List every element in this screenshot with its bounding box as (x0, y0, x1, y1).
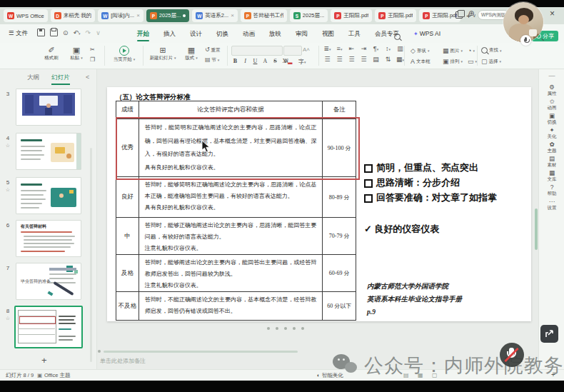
shapes-button[interactable]: ◇形状▾ (411, 47, 429, 54)
align-justify-icon[interactable]: ☰ (359, 56, 368, 63)
tab-close-icon[interactable]: × (231, 13, 234, 19)
rail-item-美化[interactable]: ✦美化 (539, 127, 564, 141)
char-spacing-icon[interactable]: 字▾ (298, 58, 306, 66)
microphone-muted-icon[interactable] (500, 343, 524, 367)
font-button-s[interactable]: S (271, 57, 279, 66)
section-button[interactable]: ▤ 节 ▾ (205, 55, 221, 65)
indent-icon[interactable]: ⇥ (359, 45, 368, 52)
document-tab[interactable]: D来稻壳 我的 (51, 9, 96, 22)
search-icon[interactable] (394, 30, 401, 43)
font-size-combo[interactable] (283, 46, 302, 56)
slide-thumbnail-8-selected[interactable] (14, 306, 83, 348)
notes-placeholder[interactable]: 单击此处添加备注 (100, 357, 146, 365)
align-center-icon[interactable]: ☰ (335, 56, 344, 63)
slide-thumbnail-3[interactable] (16, 89, 81, 126)
select-button[interactable]: ▢选择▾ (481, 58, 501, 65)
format-painter-button[interactable]: ✐格式刷 (39, 45, 64, 61)
document-tab[interactable]: P王阳阳.pdf (375, 9, 416, 22)
document-tab[interactable]: P2025届... (146, 9, 189, 22)
text-direction-icon[interactable]: ⇅ (383, 56, 393, 63)
canvas-horizontal-scrollbar[interactable] (104, 351, 298, 353)
print-icon[interactable] (50, 29, 58, 36)
slide-thumbnail-4[interactable] (16, 133, 81, 170)
canvas-vertical-scrollbar[interactable] (535, 208, 538, 250)
collapse-panel-icon[interactable]: < (86, 74, 89, 81)
document-tab[interactable]: W英语系2...× (192, 9, 238, 22)
arrange-button[interactable]: ▣排列▾ (443, 58, 463, 65)
menu-item-插入[interactable]: 插入 (156, 25, 183, 42)
line-spacing-icon[interactable]: ↕▾ (383, 45, 393, 52)
font-color-icon[interactable]: A▂ (284, 58, 293, 64)
document-tab[interactable]: W[阅读]内...× (98, 9, 143, 22)
file-menu-button[interactable]: ☰ 文件 (9, 29, 28, 38)
document-tab[interactable]: P王阳阳.pdf (331, 9, 372, 22)
slide-thumbnail-7[interactable]: 毕业答辩的准备 (16, 263, 81, 300)
add-slide-button[interactable]: + (41, 355, 47, 366)
sidebar-scrollbar[interactable] (90, 148, 92, 362)
layout-button[interactable]: ▦版式 ▾ (181, 45, 202, 61)
globe-icon[interactable]: ⊕ (468, 9, 474, 17)
restore-window-icon[interactable] (455, 11, 463, 19)
rail-item-帮助[interactable]: ?帮助 (539, 184, 564, 198)
distribute-icon[interactable]: ▤ (371, 56, 381, 63)
media-button[interactable]: ▭▾ (468, 58, 477, 65)
slide-thumbnail-5[interactable] (16, 177, 81, 214)
rail-item-设置[interactable]: ⋯设置 (539, 198, 564, 212)
more-chevron-icon[interactable]: ∨ (96, 29, 101, 36)
slide-thumbnail-6[interactable]: 有关答辩材料 (16, 220, 81, 257)
collapse-rail-icon[interactable]: — (539, 72, 564, 79)
document-tab[interactable]: P答辩秘书工作 (241, 9, 287, 22)
theme-name[interactable]: Office 主题 (44, 372, 71, 379)
textbox-button[interactable]: A文本框 (411, 58, 430, 65)
rail-item-动画[interactable]: ✩动画 (539, 99, 564, 112)
slide-canvas[interactable]: （五）论文答辩评分标准 成绩 论文答辩评定内容和依据 备注 优秀答辩时，能简明和… (107, 87, 531, 321)
reset-button[interactable]: ↺ 重置 (205, 45, 221, 55)
picture-button[interactable]: ▦图片▾ (443, 47, 463, 54)
menu-item-工具[interactable]: 工具 (341, 25, 368, 42)
cut-icon[interactable]: ✂ (90, 45, 95, 55)
redo-icon[interactable]: ↷ (86, 29, 91, 36)
copy-icon[interactable]: ❐ (90, 55, 95, 65)
font-name-combo[interactable] (231, 46, 283, 56)
rail-item-属性[interactable]: ⚙属性 (539, 84, 564, 98)
paragraph-mark-icon[interactable]: ¶▾ (371, 45, 381, 52)
menu-item-开始[interactable]: 开始 (130, 25, 156, 42)
document-tab[interactable]: WWPS Office (4, 9, 48, 22)
paste-button[interactable]: ▣粘贴 ▾ (66, 45, 87, 61)
rail-item-主题[interactable]: ✿主题 (539, 141, 564, 155)
new-slide-button[interactable]: ⊞新建幻灯片 ▾ (146, 45, 179, 61)
menu-item-放映[interactable]: 放映 (262, 25, 288, 42)
tab-outline[interactable]: 大纲 (27, 74, 39, 82)
undo-icon[interactable]: ↶▾ (74, 29, 81, 36)
align-right-icon[interactable]: ☰ (347, 56, 356, 63)
outdent-icon[interactable]: ⇤ (347, 45, 356, 52)
save-icon[interactable] (37, 29, 45, 36)
font-button-b[interactable]: B (231, 57, 239, 66)
font-button-u[interactable]: U (251, 57, 259, 66)
align-left-icon[interactable]: ☰ (323, 56, 332, 63)
numbered-list-icon[interactable]: ≡▾ (335, 45, 344, 52)
rail-item-切换[interactable]: ▣切换 (539, 113, 564, 126)
menu-item-切换[interactable]: 切换 (209, 25, 236, 42)
quick-export-button[interactable] (540, 325, 558, 343)
find-button[interactable]: 查找▾ (481, 47, 502, 54)
tab-close-icon[interactable]: × (136, 13, 140, 19)
menu-item-动画[interactable]: 动画 (236, 25, 262, 42)
menu-item-WPS AI[interactable]: ✦WPS AI (406, 25, 448, 42)
window-close-icon[interactable]: × (550, 9, 555, 19)
bullet-list-icon[interactable]: ≣▾ (323, 45, 332, 52)
rail-item-素材[interactable]: ▤素材 (539, 156, 564, 169)
play-from-current-button[interactable]: 当页开始 ▾ (109, 45, 140, 63)
menu-item-设计[interactable]: 设计 (183, 25, 209, 42)
increase-font-icon[interactable]: A˄ (303, 46, 310, 53)
document-tab[interactable]: P王阳阳.pdf (419, 9, 460, 22)
rail-item-文库[interactable]: ▦文库 (539, 170, 564, 184)
chart-button[interactable]: ◔▾ (468, 47, 475, 54)
document-tab[interactable]: S2025届... (290, 9, 328, 22)
menu-item-视图[interactable]: 视图 (315, 25, 341, 42)
export-icon[interactable]: ⊙ (63, 29, 69, 36)
font-button-i[interactable]: I (241, 57, 249, 66)
font-button-a[interactable]: A (261, 57, 269, 66)
tab-slides[interactable]: 幻灯片 (51, 74, 70, 85)
menu-item-审阅[interactable]: 审阅 (288, 25, 315, 42)
